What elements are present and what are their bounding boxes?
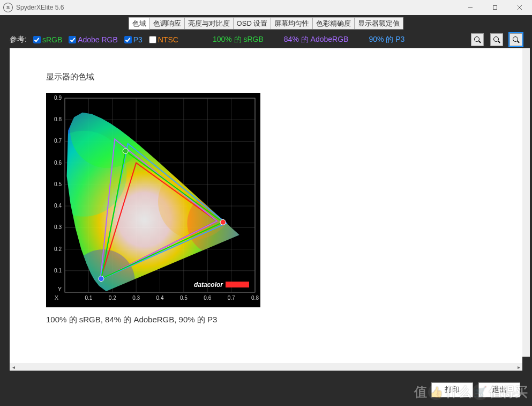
tab-3[interactable]: OSD 设置 [233,17,272,29]
tab-6[interactable]: 显示器额定值 [354,17,403,29]
svg-text:datacolor: datacolor [194,281,223,289]
svg-text:Y: Y [58,286,62,292]
check-label-0: sRGB [42,35,62,44]
svg-text:0.7: 0.7 [228,295,235,301]
horizontal-scrollbar[interactable]: ◂ ▸ [10,363,522,371]
svg-text:0.7: 0.7 [54,138,62,144]
window-title: SpyderXElite 5.6 [16,4,64,11]
svg-point-46 [220,219,226,225]
bottom-bar: 打印 退出 [0,374,532,406]
check-label-3: NTSC [158,35,178,44]
exit-button[interactable]: 退出 [478,382,520,397]
close-button[interactable] [507,0,532,15]
check-p3[interactable] [124,36,132,43]
scroll-left-arrow-icon[interactable]: ◂ [10,363,17,371]
gamut-chart: 0.10.20.30.40.50.60.70.80.10.20.30.40.50… [46,93,260,307]
check-srgb[interactable] [33,36,41,43]
zoom-out-button[interactable] [490,33,503,46]
reference-label: 参考: [10,35,27,45]
svg-text:0.8: 0.8 [251,295,259,301]
svg-text:0.5: 0.5 [180,295,188,301]
tab-2[interactable]: 亮度与对比度 [184,17,234,29]
tab-0[interactable]: 色域 [129,17,150,29]
stat-srgb: 100% 的 sRGB [213,35,264,45]
document-pane: 显示器的色域 0.10.20.30.40.50.60.70.80.10.20.3… [10,48,522,364]
svg-text:0.1: 0.1 [54,268,62,274]
svg-text:0.9: 0.9 [54,95,62,101]
svg-text:0.5: 0.5 [54,181,62,187]
check-label-1: Adobe RGB [78,35,118,44]
minimize-button[interactable] [458,0,483,15]
scroll-right-arrow-icon[interactable]: ▸ [515,363,522,371]
svg-text:0.6: 0.6 [54,160,62,166]
svg-text:0.1: 0.1 [85,295,92,301]
maximize-button[interactable] [483,0,507,15]
magnifier-plus-icon [474,36,481,43]
svg-rect-50 [226,282,249,287]
window-titlebar: S SpyderXElite 5.6 [0,0,532,16]
svg-text:0.2: 0.2 [54,246,62,252]
check-label-2: P3 [133,35,143,44]
stat-p3: 90% 的 P3 [369,35,404,45]
svg-text:0.6: 0.6 [204,295,211,301]
stat-adobe: 84% 的 AdobeRGB [284,35,349,45]
magnifier-fit-icon [513,36,519,43]
client-area: 色域色调响应亮度与对比度OSD 设置屏幕均匀性色彩精确度显示器额定值 参考: s… [0,15,532,406]
document-heading: 显示器的色域 [46,72,486,82]
vertical-scrollbar[interactable] [522,48,530,357]
svg-text:X: X [55,294,59,301]
check-adobergb[interactable] [69,36,76,43]
svg-text:0.3: 0.3 [54,224,62,230]
tab-4[interactable]: 屏幕均匀性 [271,17,313,29]
svg-point-47 [123,149,128,154]
tab-5[interactable]: 色彩精确度 [312,17,355,29]
zoom-in-button[interactable] [471,33,484,46]
svg-point-48 [99,276,104,282]
svg-rect-1 [493,6,497,10]
app-icon: S [3,3,13,12]
svg-text:0.3: 0.3 [132,295,140,301]
tab-strip: 色域色调响应亮度与对比度OSD 设置屏幕均匀性色彩精确度显示器额定值 [2,17,530,29]
tab-1[interactable]: 色调响应 [149,17,185,29]
gamut-toolbar: 参考: sRGB Adobe RGB P3 NTSC 100% 的 sRGB 8… [2,29,530,50]
svg-text:0.4: 0.4 [54,203,62,209]
zoom-fit-button[interactable] [509,33,522,46]
magnifier-minus-icon [493,36,500,43]
check-ntsc[interactable] [149,36,156,43]
svg-text:0.2: 0.2 [109,295,116,301]
svg-text:0.8: 0.8 [54,116,62,122]
print-button[interactable]: 打印 [431,382,473,397]
svg-text:0.4: 0.4 [156,295,164,301]
document-caption: 100% 的 sRGB, 84% 的 AdobeRGB, 90% 的 P3 [46,315,486,325]
